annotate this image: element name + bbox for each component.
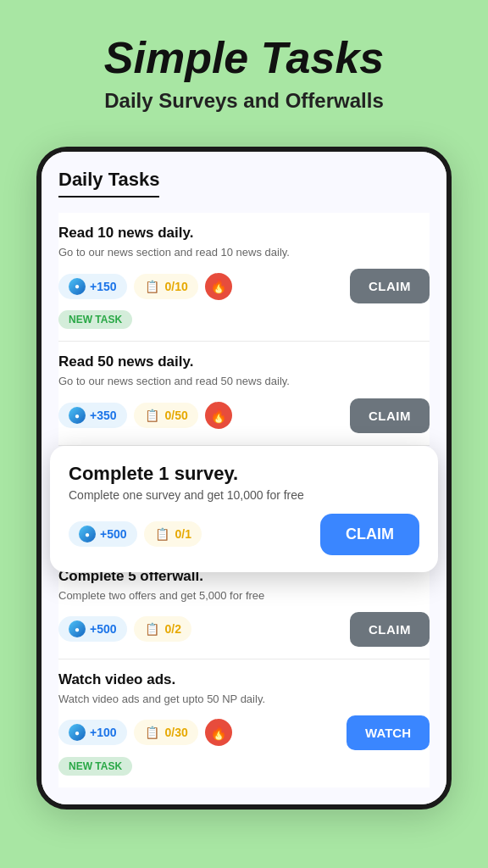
- task-offerwall-progress-badge: 📋 0/2: [134, 616, 191, 642]
- section-title: Daily Tasks: [58, 169, 159, 198]
- progress-icon-3: 📋: [154, 526, 171, 542]
- fire-icon-1: 🔥: [205, 273, 232, 300]
- task-read-50-row: ● +350 📋 0/50 🔥 CLAIM: [58, 398, 430, 433]
- task-read-50-claim-button[interactable]: CLAIM: [350, 398, 430, 433]
- task-read-10-title: Read 10 news daily.: [58, 225, 430, 242]
- coin-icon-4: ●: [69, 620, 86, 637]
- task-read-10-coin-badge: ● +150: [58, 274, 127, 299]
- task-video-row: ● +100 📋 0/30 🔥 WATCH: [58, 715, 430, 750]
- fire-icon-2: 🔥: [205, 402, 232, 429]
- coin-icon-3: ●: [79, 526, 96, 542]
- task-read-10-desc: Go to our news section and read 10 news …: [58, 245, 430, 260]
- task-offerwall-badges: ● +500 📋 0/2: [58, 616, 191, 642]
- coin-icon-5: ●: [69, 724, 86, 741]
- bottom-section: Complete 5 offerwall. Complete two offer…: [42, 556, 446, 804]
- task-read-10-progress-badge: 📋 0/10: [134, 274, 198, 299]
- task-read-50-title: Read 50 news daily.: [58, 353, 430, 370]
- task-video-coin-label: +100: [90, 726, 117, 739]
- task-read-50-desc: Go to our news section and read 50 news …: [58, 374, 430, 389]
- highlight-row: ● +500 📋 0/1 CLAIM: [69, 514, 419, 555]
- task-video: Watch video ads. Watch video ads and get…: [58, 659, 430, 787]
- task-read-10-badges: ● +150 📋 0/10 🔥: [58, 273, 232, 300]
- highlight-progress-badge: 📋 0/1: [144, 521, 202, 547]
- highlight-title: Complete 1 survey.: [69, 463, 419, 485]
- page-title: Simple Tasks: [104, 34, 384, 82]
- highlight-claim-button[interactable]: CLAIM: [320, 514, 419, 555]
- task-video-title: Watch video ads.: [58, 671, 430, 688]
- task-video-coin-badge: ● +100: [58, 720, 127, 745]
- task-read-10-row: ● +150 📋 0/10 🔥 CLAIM: [58, 269, 430, 303]
- task-read-50-progress-label: 0/50: [165, 409, 188, 422]
- task-read-50-progress-badge: 📋 0/50: [134, 403, 198, 428]
- task-video-badges: ● +100 📋 0/30 🔥: [58, 719, 232, 746]
- task-read-10-new-badge: NEW TASK: [58, 310, 132, 329]
- progress-icon-2: 📋: [144, 407, 161, 424]
- task-video-progress-label: 0/30: [165, 726, 188, 739]
- task-read-50-coin-label: +350: [90, 409, 117, 422]
- highlight-card: Complete 1 survey. Complete one survey a…: [50, 446, 438, 572]
- task-read-10: Read 10 news daily. Go to our news secti…: [58, 213, 430, 342]
- progress-icon-5: 📋: [144, 724, 161, 741]
- task-offerwall-claim-button[interactable]: CLAIM: [350, 612, 430, 647]
- task-offerwall-desc: Complete two offers and get 5,000 for fr…: [58, 588, 430, 604]
- progress-icon: 📋: [144, 278, 161, 295]
- highlight-desc: Complete one survey and get 10,000 for f…: [69, 488, 419, 502]
- phone-screen: Daily Tasks Read 10 news daily. Go to ou…: [42, 152, 446, 555]
- page-header: Simple Tasks Daily Surveys and Offerwall…: [87, 0, 401, 130]
- coin-icon-2: ●: [69, 407, 86, 424]
- phone-mockup: Daily Tasks Read 10 news daily. Go to ou…: [36, 147, 452, 810]
- highlight-progress-label: 0/1: [175, 527, 191, 541]
- task-video-new-badge: NEW TASK: [58, 757, 132, 776]
- highlight-badges: ● +500 📋 0/1: [69, 521, 202, 547]
- task-read-10-coin-label: +150: [90, 280, 117, 293]
- highlight-coin-badge: ● +500: [69, 521, 137, 547]
- task-video-progress-badge: 📋 0/30: [134, 720, 198, 745]
- task-video-desc: Watch video ads and get upto 50 NP daily…: [58, 692, 430, 707]
- task-video-watch-button[interactable]: WATCH: [347, 715, 430, 750]
- task-read-50: Read 50 news daily. Go to our news secti…: [58, 342, 430, 445]
- task-offerwall-coin-badge: ● +500: [58, 616, 127, 642]
- page-subtitle: Daily Surveys and Offerwalls: [104, 89, 384, 113]
- tasks-wrapper: Read 10 news daily. Go to our news secti…: [58, 213, 430, 555]
- coin-icon: ●: [69, 278, 86, 295]
- progress-icon-4: 📋: [144, 620, 161, 637]
- task-read-50-coin-badge: ● +350: [58, 403, 127, 428]
- task-offerwall-row: ● +500 📋 0/2 CLAIM: [58, 612, 430, 647]
- highlight-coin-label: +500: [100, 527, 127, 541]
- highlight-spacer: Complete 1 survey. Complete one survey a…: [58, 446, 430, 556]
- fire-icon-5: 🔥: [205, 719, 232, 746]
- task-offerwall-progress-label: 0/2: [165, 622, 181, 636]
- task-read-10-progress-label: 0/10: [165, 280, 188, 293]
- task-read-10-claim-button[interactable]: CLAIM: [350, 269, 430, 303]
- task-read-50-badges: ● +350 📋 0/50 🔥: [58, 402, 232, 429]
- task-offerwall-coin-label: +500: [90, 622, 117, 636]
